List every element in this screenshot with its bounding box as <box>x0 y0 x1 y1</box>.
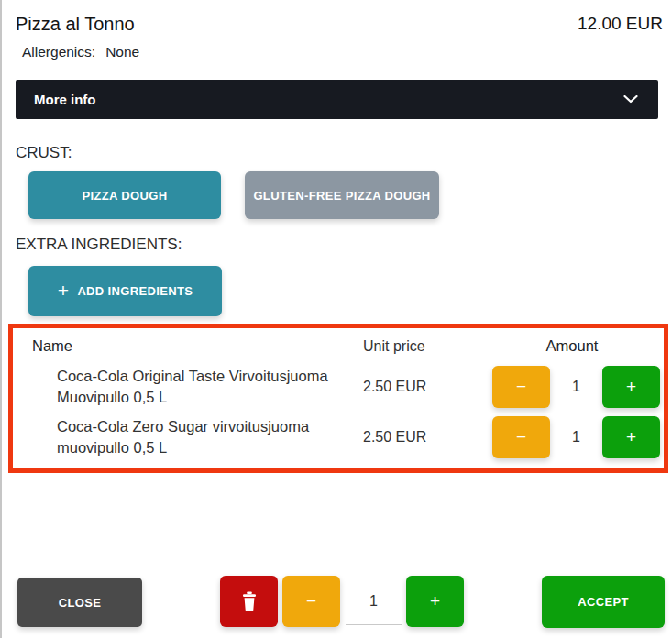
plus-icon: + <box>58 280 70 300</box>
product-price: 12.00 EUR <box>578 14 663 34</box>
product-dialog: { "dialog": { "title": "Pizza al Tonno",… <box>0 0 672 638</box>
ingredient-amount-controls: − 1 + <box>480 416 664 458</box>
decrease-amount-button[interactable]: − <box>492 416 550 458</box>
selected-ingredients-table: Name Unit price Amount Coca-Cola Origina… <box>8 324 668 473</box>
column-header-name: Name <box>13 337 341 355</box>
crust-option-gluten-free-pizza-dough[interactable]: GLUTEN-FREE PIZZA DOUGH <box>245 171 439 219</box>
ingredient-name: Coca-Cola Original Taste Virvoitusjuoma … <box>13 366 341 407</box>
ingredient-row: Coca-Cola Original Taste Virvoitusjuoma … <box>13 361 664 412</box>
quantity-increase-button[interactable]: + <box>406 576 464 627</box>
crust-options: PIZZA DOUGH GLUTEN-FREE PIZZA DOUGH <box>28 171 672 219</box>
trash-icon <box>240 591 259 611</box>
more-info-toggle[interactable]: More info <box>16 80 658 119</box>
crust-option-pizza-dough[interactable]: PIZZA DOUGH <box>28 171 221 219</box>
ingredient-unit-price: 2.50 EUR <box>341 379 480 395</box>
table-header-row: Name Unit price Amount <box>13 331 664 361</box>
add-ingredients-label: ADD INGREDIENTS <box>77 284 193 298</box>
allergenics-value: None <box>105 44 139 60</box>
ingredient-row: Coca-Cola Zero Sugar virvoitusjuoma muov… <box>13 412 664 462</box>
delete-button[interactable] <box>220 576 278 627</box>
quantity-decrease-button[interactable]: − <box>282 576 340 627</box>
quantity-input[interactable] <box>346 578 402 625</box>
increase-amount-button[interactable]: + <box>602 366 660 408</box>
close-button[interactable]: CLOSE <box>17 578 142 627</box>
increase-amount-button[interactable]: + <box>602 416 660 458</box>
allergenics-row: Allergenics:None <box>22 44 672 60</box>
ingredient-unit-price: 2.50 EUR <box>341 429 480 446</box>
ingredient-amount: 1 <box>550 429 602 446</box>
accept-button[interactable]: ACCEPT <box>542 576 665 628</box>
extra-ingredients-label: EXTRA INGREDIENTS: <box>16 236 672 254</box>
ingredient-amount: 1 <box>550 379 602 395</box>
ingredient-name: Coca-Cola Zero Sugar virvoitusjuoma muov… <box>13 416 341 457</box>
column-header-unit-price: Unit price <box>341 338 480 355</box>
page-title: Pizza al Tonno <box>16 14 135 35</box>
decrease-amount-button[interactable]: − <box>492 366 550 408</box>
more-info-label: More info <box>34 92 96 107</box>
add-ingredients-button[interactable]: + ADD INGREDIENTS <box>28 266 222 316</box>
dialog-header: Pizza al Tonno 12.00 EUR <box>2 0 672 35</box>
dialog-footer: CLOSE − + ACCEPT <box>2 576 672 631</box>
crust-label: CRUST: <box>16 144 672 162</box>
column-header-amount: Amount <box>480 337 664 355</box>
allergenics-label: Allergenics: <box>22 44 95 60</box>
chevron-down-icon <box>623 95 638 104</box>
ingredient-amount-controls: − 1 + <box>480 366 664 408</box>
